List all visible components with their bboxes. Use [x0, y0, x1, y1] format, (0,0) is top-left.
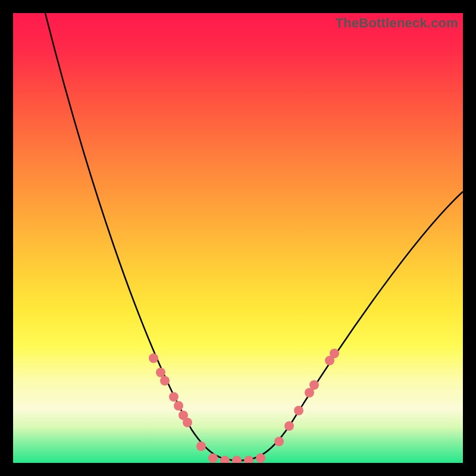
sample-point-marker [196, 441, 206, 451]
sample-point-marker [169, 392, 178, 402]
sample-point-marker [274, 437, 284, 446]
chart-svg [13, 13, 463, 463]
sample-point-marker [149, 353, 158, 363]
sample-point-marker [244, 456, 253, 463]
sample-point-marker [284, 421, 294, 431]
marker-group [149, 349, 339, 463]
bottleneck-curve [45, 13, 463, 461]
sample-point-marker [220, 456, 230, 463]
sample-point-marker [330, 349, 339, 358]
sample-point-marker [232, 456, 242, 463]
sample-point-marker [208, 453, 218, 463]
sample-point-marker [256, 453, 265, 463]
chart-plot-area: TheBottleneck.com [13, 13, 463, 463]
sample-point-marker [156, 368, 165, 377]
sample-point-marker [160, 376, 170, 386]
sample-point-marker [183, 418, 192, 427]
sample-point-marker [294, 406, 303, 415]
sample-point-marker [309, 380, 319, 390]
sample-point-marker [174, 401, 183, 411]
